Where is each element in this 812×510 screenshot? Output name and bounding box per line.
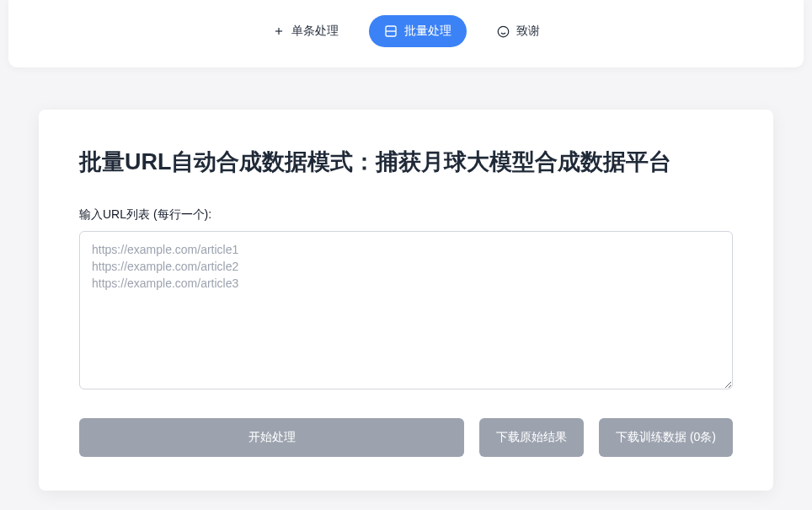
layout-icon	[384, 24, 398, 38]
svg-point-4	[498, 26, 509, 37]
download-train-button[interactable]: 下载训练数据 (0条)	[599, 418, 733, 457]
plus-icon	[273, 25, 285, 37]
tab-single-label: 单条处理	[291, 24, 339, 39]
tab-thanks[interactable]: 致谢	[482, 15, 555, 47]
tab-batch[interactable]: 批量处理	[369, 15, 467, 47]
tab-thanks-label: 致谢	[516, 24, 540, 39]
tab-single[interactable]: 单条处理	[258, 15, 354, 47]
button-row: 开始处理 下载原始结果 下载训练数据 (0条)	[79, 418, 733, 457]
download-raw-button[interactable]: 下载原始结果	[479, 418, 584, 457]
smile-icon	[497, 25, 510, 38]
start-button[interactable]: 开始处理	[79, 418, 464, 457]
main-card: 批量URL自动合成数据模式：捕获月球大模型合成数据平台 输入URL列表 (每行一…	[39, 110, 773, 491]
tab-batch-label: 批量处理	[404, 24, 451, 39]
page-title: 批量URL自动合成数据模式：捕获月球大模型合成数据平台	[79, 147, 733, 177]
top-tab-bar: 单条处理 批量处理 致谢	[8, 0, 804, 67]
url-list-input[interactable]	[79, 231, 733, 389]
url-list-label: 输入URL列表 (每行一个):	[79, 207, 733, 223]
